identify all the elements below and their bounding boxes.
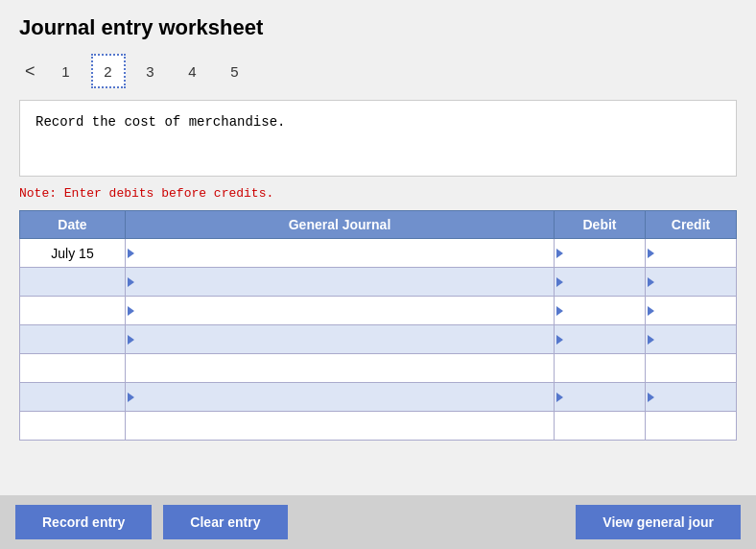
arrow-icon xyxy=(556,393,563,402)
arrow-icon xyxy=(648,335,654,345)
table-row xyxy=(20,412,737,441)
date-cell[interactable] xyxy=(20,412,126,441)
date-cell[interactable] xyxy=(20,268,126,297)
table-row xyxy=(20,325,737,354)
tab-4[interactable]: 4 xyxy=(176,54,210,88)
credit-cell[interactable] xyxy=(646,268,737,297)
debit-cell[interactable] xyxy=(555,383,646,412)
tab-5[interactable]: 5 xyxy=(218,54,252,88)
tab-navigation: < 1 2 3 4 5 xyxy=(19,54,737,88)
date-cell[interactable] xyxy=(20,383,126,412)
table-row xyxy=(20,354,737,383)
arrow-icon xyxy=(648,306,654,316)
button-bar: Record entry Clear entry View general jo… xyxy=(0,495,756,549)
table-row: July 15 xyxy=(20,239,737,268)
record-entry-button[interactable]: Record entry xyxy=(15,505,152,539)
credit-cell[interactable] xyxy=(646,297,737,325)
debit-cell[interactable] xyxy=(555,412,646,441)
arrow-icon xyxy=(648,393,654,402)
table-row xyxy=(20,383,737,412)
debit-cell[interactable] xyxy=(555,268,646,297)
page-container: Journal entry worksheet < 1 2 3 4 5 Reco… xyxy=(0,0,756,549)
instruction-text: Record the cost of merchandise. xyxy=(35,114,285,130)
view-general-journal-button[interactable]: View general jour xyxy=(576,505,741,539)
clear-entry-button[interactable]: Clear entry xyxy=(163,505,287,539)
credit-cell[interactable] xyxy=(646,354,737,383)
tab-1[interactable]: 1 xyxy=(49,54,83,88)
col-header-journal: General Journal xyxy=(126,211,555,239)
arrow-icon xyxy=(128,393,134,402)
arrow-icon xyxy=(128,277,134,287)
arrow-icon xyxy=(128,335,134,345)
debit-cell[interactable] xyxy=(555,297,646,325)
date-cell[interactable]: July 15 xyxy=(20,239,126,268)
arrow-icon xyxy=(556,335,563,345)
col-header-debit: Debit xyxy=(555,211,646,239)
journal-cell[interactable] xyxy=(126,412,555,441)
table-row xyxy=(20,297,737,325)
journal-cell[interactable] xyxy=(126,297,555,325)
credit-cell[interactable] xyxy=(646,239,737,268)
date-cell[interactable] xyxy=(20,354,126,383)
arrow-icon xyxy=(648,277,654,287)
arrow-icon xyxy=(128,306,134,316)
journal-cell[interactable] xyxy=(126,325,555,354)
page-title: Journal entry worksheet xyxy=(19,15,737,40)
debit-cell[interactable] xyxy=(555,239,646,268)
arrow-icon xyxy=(556,277,563,287)
col-header-date: Date xyxy=(20,211,126,239)
journal-cell[interactable] xyxy=(126,354,555,383)
tab-3[interactable]: 3 xyxy=(133,54,168,88)
journal-cell[interactable] xyxy=(126,239,555,268)
tab-prev-button[interactable]: < xyxy=(19,60,41,84)
date-cell[interactable] xyxy=(20,297,126,325)
journal-cell[interactable] xyxy=(126,383,555,412)
date-cell[interactable] xyxy=(20,325,126,354)
debit-cell[interactable] xyxy=(555,325,646,354)
table-row xyxy=(20,268,737,297)
arrow-icon xyxy=(128,249,134,258)
debit-cell[interactable] xyxy=(555,354,646,383)
arrow-icon xyxy=(648,249,654,258)
journal-cell[interactable] xyxy=(126,268,555,297)
credit-cell[interactable] xyxy=(646,412,737,441)
credit-cell[interactable] xyxy=(646,383,737,412)
col-header-credit: Credit xyxy=(646,211,737,239)
note-text: Note: Enter debits before credits. xyxy=(19,186,737,201)
journal-table: Date General Journal Debit Credit July 1… xyxy=(19,210,737,441)
instruction-box: Record the cost of merchandise. xyxy=(19,100,737,177)
arrow-icon xyxy=(556,306,563,316)
credit-cell[interactable] xyxy=(646,325,737,354)
arrow-icon xyxy=(556,249,563,258)
tab-2[interactable]: 2 xyxy=(91,54,126,88)
